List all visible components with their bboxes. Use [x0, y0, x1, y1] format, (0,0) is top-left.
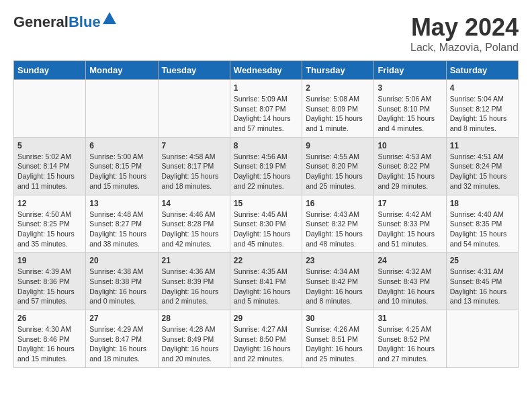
day-cell: 21Sunrise: 4:36 AMSunset: 8:39 PMDayligh…: [158, 253, 230, 310]
day-number: 31: [378, 314, 442, 323]
day-info: Sunrise: 5:06 AMSunset: 8:10 PMDaylight:…: [378, 94, 442, 134]
week-row-1: 1Sunrise: 5:09 AMSunset: 8:07 PMDaylight…: [14, 80, 519, 138]
day-info: Sunrise: 4:35 AMSunset: 8:41 PMDaylight:…: [234, 267, 298, 306]
day-cell: 7Sunrise: 4:58 AMSunset: 8:17 PMDaylight…: [158, 137, 230, 195]
calendar-body: 1Sunrise: 5:09 AMSunset: 8:07 PMDaylight…: [14, 80, 519, 368]
day-cell: 17Sunrise: 4:42 AMSunset: 8:33 PMDayligh…: [374, 195, 446, 253]
day-cell: [158, 80, 230, 138]
day-number: 4: [450, 83, 515, 93]
day-cell: 25Sunrise: 4:31 AMSunset: 8:45 PMDayligh…: [446, 253, 518, 310]
day-number: 19: [17, 256, 82, 265]
day-number: 6: [89, 141, 154, 150]
day-info: Sunrise: 4:42 AMSunset: 8:33 PMDaylight:…: [378, 210, 442, 249]
day-info: Sunrise: 4:36 AMSunset: 8:39 PMDaylight:…: [162, 267, 226, 306]
day-info: Sunrise: 4:58 AMSunset: 8:17 PMDaylight:…: [162, 152, 226, 191]
day-info: Sunrise: 4:25 AMSunset: 8:52 PMDaylight:…: [378, 324, 442, 364]
day-number: 14: [162, 199, 226, 208]
day-info: Sunrise: 4:26 AMSunset: 8:51 PMDaylight:…: [306, 324, 370, 364]
week-row-3: 12Sunrise: 4:50 AMSunset: 8:25 PMDayligh…: [14, 195, 519, 253]
col-monday: Monday: [86, 61, 158, 80]
day-info: Sunrise: 4:31 AMSunset: 8:45 PMDaylight:…: [450, 267, 515, 306]
day-cell: 14Sunrise: 4:46 AMSunset: 8:28 PMDayligh…: [158, 195, 230, 253]
day-info: Sunrise: 4:45 AMSunset: 8:30 PMDaylight:…: [234, 210, 298, 249]
day-number: 9: [306, 141, 370, 150]
day-number: 3: [378, 83, 442, 93]
day-cell: 2Sunrise: 5:08 AMSunset: 8:09 PMDaylight…: [302, 80, 374, 138]
day-number: 18: [450, 199, 515, 208]
day-number: 30: [306, 314, 370, 323]
logo: GeneralBlue: [13, 13, 116, 31]
day-cell: [446, 310, 518, 368]
day-info: Sunrise: 4:53 AMSunset: 8:22 PMDaylight:…: [378, 152, 442, 191]
calendar-header: Sunday Monday Tuesday Wednesday Thursday…: [14, 61, 519, 80]
day-number: 5: [17, 141, 82, 150]
day-info: Sunrise: 4:48 AMSunset: 8:27 PMDaylight:…: [89, 210, 154, 249]
day-number: 12: [17, 199, 82, 208]
week-row-4: 19Sunrise: 4:39 AMSunset: 8:36 PMDayligh…: [14, 253, 519, 310]
day-cell: [86, 80, 158, 138]
day-info: Sunrise: 5:09 AMSunset: 8:07 PMDaylight:…: [234, 94, 298, 134]
day-number: 26: [17, 314, 82, 323]
day-cell: 12Sunrise: 4:50 AMSunset: 8:25 PMDayligh…: [14, 195, 86, 253]
day-info: Sunrise: 4:29 AMSunset: 8:47 PMDaylight:…: [89, 324, 154, 364]
day-number: 22: [234, 256, 298, 265]
week-row-5: 26Sunrise: 4:30 AMSunset: 8:46 PMDayligh…: [14, 310, 519, 368]
col-wednesday: Wednesday: [230, 61, 302, 80]
day-number: 20: [89, 256, 154, 265]
day-info: Sunrise: 4:50 AMSunset: 8:25 PMDaylight:…: [17, 210, 82, 249]
day-number: 8: [234, 141, 298, 150]
day-cell: 30Sunrise: 4:26 AMSunset: 8:51 PMDayligh…: [302, 310, 374, 368]
day-number: 1: [234, 83, 298, 93]
day-cell: 13Sunrise: 4:48 AMSunset: 8:27 PMDayligh…: [86, 195, 158, 253]
day-cell: 9Sunrise: 4:55 AMSunset: 8:20 PMDaylight…: [302, 137, 374, 195]
location: Lack, Mazovia, Poland: [410, 42, 519, 54]
day-number: 11: [450, 141, 515, 150]
day-info: Sunrise: 4:51 AMSunset: 8:24 PMDaylight:…: [450, 152, 515, 191]
day-info: Sunrise: 4:55 AMSunset: 8:20 PMDaylight:…: [306, 152, 370, 191]
day-cell: 28Sunrise: 4:28 AMSunset: 8:49 PMDayligh…: [158, 310, 230, 368]
day-info: Sunrise: 5:08 AMSunset: 8:09 PMDaylight:…: [306, 94, 370, 134]
day-info: Sunrise: 5:04 AMSunset: 8:12 PMDaylight:…: [450, 94, 515, 134]
day-number: 21: [162, 256, 226, 265]
day-info: Sunrise: 4:40 AMSunset: 8:35 PMDaylight:…: [450, 210, 515, 249]
day-cell: 22Sunrise: 4:35 AMSunset: 8:41 PMDayligh…: [230, 253, 302, 310]
day-cell: 29Sunrise: 4:27 AMSunset: 8:50 PMDayligh…: [230, 310, 302, 368]
day-number: 16: [306, 199, 370, 208]
day-cell: 18Sunrise: 4:40 AMSunset: 8:35 PMDayligh…: [446, 195, 518, 253]
day-info: Sunrise: 4:46 AMSunset: 8:28 PMDaylight:…: [162, 210, 226, 249]
title-block: May 2024 Lack, Mazovia, Poland: [410, 13, 519, 54]
day-number: 25: [450, 256, 515, 265]
logo-general: General: [13, 13, 69, 30]
day-number: 7: [162, 141, 226, 150]
day-number: 24: [378, 256, 442, 265]
day-cell: [14, 80, 86, 138]
day-number: 10: [378, 141, 442, 150]
day-cell: 23Sunrise: 4:34 AMSunset: 8:42 PMDayligh…: [302, 253, 374, 310]
day-cell: 8Sunrise: 4:56 AMSunset: 8:19 PMDaylight…: [230, 137, 302, 195]
day-number: 17: [378, 199, 442, 208]
page-header: GeneralBlue May 2024 Lack, Mazovia, Pola…: [13, 13, 519, 54]
day-cell: 31Sunrise: 4:25 AMSunset: 8:52 PMDayligh…: [374, 310, 446, 368]
day-number: 27: [89, 314, 154, 323]
svg-marker-0: [103, 12, 116, 24]
day-cell: 15Sunrise: 4:45 AMSunset: 8:30 PMDayligh…: [230, 195, 302, 253]
day-cell: 5Sunrise: 5:02 AMSunset: 8:14 PMDaylight…: [14, 137, 86, 195]
day-cell: 11Sunrise: 4:51 AMSunset: 8:24 PMDayligh…: [446, 137, 518, 195]
col-saturday: Saturday: [446, 61, 518, 80]
day-info: Sunrise: 4:28 AMSunset: 8:49 PMDaylight:…: [162, 324, 226, 364]
day-info: Sunrise: 4:43 AMSunset: 8:32 PMDaylight:…: [306, 210, 370, 249]
day-cell: 26Sunrise: 4:30 AMSunset: 8:46 PMDayligh…: [14, 310, 86, 368]
day-info: Sunrise: 4:27 AMSunset: 8:50 PMDaylight:…: [234, 324, 298, 364]
header-row: Sunday Monday Tuesday Wednesday Thursday…: [14, 61, 519, 80]
day-number: 13: [89, 199, 154, 208]
day-info: Sunrise: 5:00 AMSunset: 8:15 PMDaylight:…: [89, 152, 154, 191]
col-thursday: Thursday: [302, 61, 374, 80]
logo-icon: [103, 12, 116, 24]
week-row-2: 5Sunrise: 5:02 AMSunset: 8:14 PMDaylight…: [14, 137, 519, 195]
day-number: 28: [162, 314, 226, 323]
day-number: 15: [234, 199, 298, 208]
day-info: Sunrise: 4:38 AMSunset: 8:38 PMDaylight:…: [89, 267, 154, 306]
day-info: Sunrise: 4:34 AMSunset: 8:42 PMDaylight:…: [306, 267, 370, 306]
col-friday: Friday: [374, 61, 446, 80]
day-cell: 20Sunrise: 4:38 AMSunset: 8:38 PMDayligh…: [86, 253, 158, 310]
